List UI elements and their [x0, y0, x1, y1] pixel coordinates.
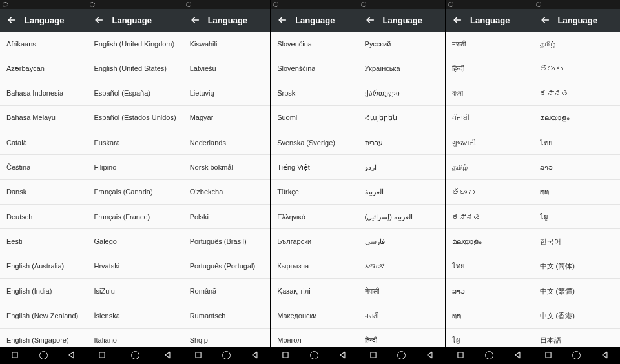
language-row[interactable]: فارسی — [358, 229, 445, 254]
back-nav-icon[interactable] — [162, 349, 174, 361]
language-row[interactable]: Español (España) — [87, 81, 182, 106]
language-row[interactable]: मराठी — [358, 303, 445, 328]
language-row[interactable]: Norsk bokmål — [183, 155, 270, 179]
language-row[interactable]: Eesti — [0, 229, 87, 254]
language-row[interactable]: Latviešu — [183, 56, 270, 81]
language-row[interactable]: தமிழ் — [446, 155, 532, 179]
back-icon[interactable] — [450, 12, 465, 28]
language-row[interactable]: తెలుగు — [533, 56, 620, 81]
language-row[interactable]: ไทย — [533, 130, 620, 155]
language-row[interactable]: Lietuvių — [183, 81, 270, 106]
language-row[interactable]: IsiZulu — [87, 279, 182, 303]
language-row[interactable]: Հայերեն — [358, 106, 445, 130]
language-row[interactable]: اردو — [358, 155, 445, 179]
language-row[interactable]: العربية — [358, 180, 445, 205]
language-row[interactable]: Bahasa Indonesia — [0, 81, 87, 106]
language-row[interactable]: Íslenska — [87, 303, 182, 328]
language-row[interactable]: Rumantsch — [183, 303, 270, 328]
language-row[interactable]: Magyar — [183, 106, 270, 130]
language-row[interactable]: Türkçe — [271, 180, 357, 205]
recent-apps-icon[interactable] — [280, 349, 291, 361]
language-row[interactable]: 한국어 — [533, 229, 620, 254]
language-row[interactable]: Українська — [358, 56, 445, 81]
language-row[interactable]: Euskara — [87, 130, 182, 155]
language-row[interactable]: हिन्दी — [358, 329, 445, 347]
language-row[interactable]: Deutsch — [0, 205, 87, 229]
language-row[interactable]: Català — [0, 130, 87, 155]
language-row[interactable]: Suomi — [271, 106, 357, 130]
language-row[interactable]: עברית — [358, 130, 445, 155]
language-row[interactable]: 中文 (简体) — [533, 254, 620, 279]
home-icon[interactable] — [308, 349, 320, 361]
back-icon[interactable] — [274, 12, 290, 28]
back-nav-icon[interactable] — [249, 349, 261, 361]
home-icon[interactable] — [396, 349, 408, 361]
language-row[interactable]: Azərbaycan — [0, 56, 87, 81]
language-row[interactable]: 中文 (繁體) — [533, 279, 620, 303]
back-icon[interactable] — [537, 12, 553, 28]
language-row[interactable]: ທທ — [533, 180, 620, 205]
language-row[interactable]: मराठी — [446, 32, 532, 56]
recent-apps-icon[interactable] — [9, 349, 21, 361]
back-nav-icon[interactable] — [599, 349, 611, 361]
language-row[interactable]: Español (Estados Unidos) — [87, 106, 182, 130]
language-row[interactable]: Монгол — [271, 329, 357, 347]
language-row[interactable]: Kiswahili — [183, 32, 270, 56]
language-row[interactable]: Македонски — [271, 303, 357, 328]
home-icon[interactable] — [483, 349, 495, 361]
language-row[interactable]: Ελληνικά — [271, 205, 357, 229]
language-row[interactable]: नेपाली — [358, 279, 445, 303]
back-nav-icon[interactable] — [66, 349, 78, 361]
language-row[interactable]: ქართული — [358, 81, 445, 106]
language-row[interactable]: ລາວ — [533, 155, 620, 179]
language-row[interactable]: ไผู — [533, 205, 620, 229]
language-row[interactable]: ไทย — [446, 254, 532, 279]
back-icon[interactable] — [187, 12, 203, 28]
language-row[interactable]: Slovenščina — [271, 56, 357, 81]
language-row[interactable]: Dansk — [0, 180, 87, 205]
language-row[interactable]: English (Singapore) — [0, 329, 87, 347]
language-row[interactable]: ລາວ — [446, 279, 532, 303]
language-row[interactable]: العربية (إسرائيل) — [358, 205, 445, 229]
language-row[interactable]: Galego — [87, 229, 182, 254]
language-row[interactable]: Srpski — [271, 81, 357, 106]
language-row[interactable]: తెలుగు — [446, 180, 532, 205]
recent-apps-icon[interactable] — [455, 349, 466, 361]
language-row[interactable]: മലയാളം — [446, 229, 532, 254]
home-icon[interactable] — [37, 349, 49, 361]
language-row[interactable]: Português (Portugal) — [183, 254, 270, 279]
recent-apps-icon[interactable] — [542, 349, 554, 361]
home-icon[interactable] — [571, 349, 583, 361]
back-nav-icon[interactable] — [512, 349, 524, 361]
language-row[interactable]: Қазақ тілі — [271, 279, 357, 303]
language-row[interactable]: Hrvatski — [87, 254, 182, 279]
language-row[interactable]: Français (France) — [87, 205, 182, 229]
home-icon[interactable] — [221, 349, 232, 361]
language-row[interactable]: English (United Kingdom) — [87, 32, 182, 56]
language-row[interactable]: ທທ — [446, 303, 532, 328]
language-row[interactable]: Bahasa Melayu — [0, 106, 87, 130]
home-icon[interactable] — [129, 349, 141, 361]
language-row[interactable]: ಕನ್ನಡ — [446, 205, 532, 229]
back-icon[interactable] — [4, 12, 19, 28]
language-row[interactable]: ગુજરાતી — [446, 130, 532, 155]
language-row[interactable]: English (United States) — [87, 56, 182, 81]
language-row[interactable]: தமிழ் — [533, 32, 620, 56]
language-row[interactable]: Polski — [183, 205, 270, 229]
language-row[interactable]: Français (Canada) — [87, 180, 182, 205]
language-row[interactable]: Tiếng Việt — [271, 155, 357, 179]
language-row[interactable]: 日本語 — [533, 329, 620, 347]
language-row[interactable]: Čeština — [0, 155, 87, 179]
language-row[interactable]: Български — [271, 229, 357, 254]
language-row[interactable]: English (Australia) — [0, 254, 87, 279]
language-row[interactable]: ಕನ್ನಡ — [533, 81, 620, 106]
language-row[interactable]: ไผู — [446, 329, 532, 347]
language-row[interactable]: Português (Brasil) — [183, 229, 270, 254]
language-row[interactable]: বাংলা — [446, 81, 532, 106]
language-row[interactable]: Italiano — [87, 329, 182, 347]
language-row[interactable]: Shqip — [183, 329, 270, 347]
back-icon[interactable] — [91, 12, 107, 28]
language-row[interactable]: አማርኛ — [358, 254, 445, 279]
language-row[interactable]: മലയാളം — [533, 106, 620, 130]
language-row[interactable]: Nederlands — [183, 130, 270, 155]
